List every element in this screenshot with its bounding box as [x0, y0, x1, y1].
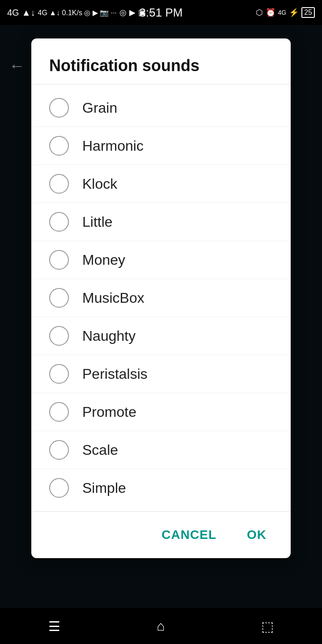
- radio-little[interactable]: [49, 212, 69, 232]
- alarm-icon: ⏰: [266, 8, 275, 17]
- sound-label-peristalsis: Peristalsis: [82, 366, 148, 382]
- sound-label-little: Little: [82, 214, 113, 230]
- list-item[interactable]: Klock: [31, 165, 291, 203]
- network-type: 4G: [278, 9, 287, 16]
- list-item[interactable]: Promote: [31, 393, 291, 431]
- list-item[interactable]: Little: [31, 203, 291, 241]
- sound-label-klock: Klock: [82, 176, 117, 192]
- list-item[interactable]: Scale: [31, 431, 291, 469]
- charging-icon: ⚡: [289, 8, 299, 17]
- list-item[interactable]: MusicBox: [31, 279, 291, 317]
- radio-grain[interactable]: [49, 98, 69, 118]
- radio-money[interactable]: [49, 250, 69, 270]
- radio-klock[interactable]: [49, 174, 69, 194]
- list-item[interactable]: Peristalsis: [31, 355, 291, 393]
- radio-scale[interactable]: [49, 440, 69, 460]
- sound-label-musicbox: MusicBox: [82, 290, 144, 306]
- notification-sounds-dialog: Notification sounds Grain Harmonic Klock…: [31, 38, 291, 558]
- sound-label-harmonic: Harmonic: [82, 138, 144, 154]
- list-item[interactable]: Harmonic: [31, 127, 291, 165]
- radio-musicbox[interactable]: [49, 288, 69, 308]
- bluetooth-icon: ⬡: [256, 8, 263, 17]
- list-item[interactable]: Simple: [31, 469, 291, 507]
- cancel-button[interactable]: CANCEL: [151, 521, 227, 549]
- cast-icon: ◎: [119, 8, 127, 17]
- dialog-title: Notification sounds: [31, 38, 291, 85]
- signal-icon: 4G: [7, 8, 19, 18]
- home-nav-icon[interactable]: ⌂: [157, 619, 165, 634]
- status-bar: 4G ▲↓ 4G ▲↓ 0.1K/s ◎ ▶ 📷 ··· ◎ ▶ ▣ ··· 3…: [0, 0, 322, 25]
- battery-indicator: 25: [301, 7, 315, 18]
- sound-label-scale: Scale: [82, 442, 118, 458]
- data-speed: 4G ▲↓ 0.1K/s ◎ ▶ 📷 ···: [38, 8, 117, 17]
- status-time: 3:51 PM: [140, 6, 183, 20]
- radio-harmonic[interactable]: [49, 136, 69, 156]
- back-nav-icon[interactable]: ⬚: [261, 619, 274, 634]
- sound-label-naughty: Naughty: [82, 328, 136, 344]
- sound-label-simple: Simple: [82, 480, 126, 496]
- status-left: 4G ▲↓ 4G ▲↓ 0.1K/s ◎ ▶ 📷 ··· ◎ ▶ ▣ ···: [7, 8, 155, 18]
- ok-button[interactable]: OK: [236, 521, 277, 549]
- navigation-bar: ☰ ⌂ ⬚: [0, 608, 322, 644]
- menu-nav-icon[interactable]: ☰: [48, 619, 60, 634]
- dialog-overlay: Notification sounds Grain Harmonic Klock…: [0, 25, 322, 608]
- sound-label-promote: Promote: [82, 404, 136, 420]
- play-icon: ▶: [129, 8, 136, 17]
- sound-label-money: Money: [82, 252, 125, 268]
- status-right: ⬡ ⏰ 4G ⚡ 25: [256, 7, 315, 18]
- dialog-actions: CANCEL OK: [31, 511, 291, 558]
- radio-simple[interactable]: [49, 478, 69, 498]
- radio-peristalsis[interactable]: [49, 364, 69, 384]
- list-item[interactable]: Naughty: [31, 317, 291, 355]
- sound-label-grain: Grain: [82, 100, 117, 116]
- radio-promote[interactable]: [49, 402, 69, 422]
- radio-naughty[interactable]: [49, 326, 69, 346]
- signal-bars: ▲↓: [22, 8, 35, 18]
- sound-options-list[interactable]: Grain Harmonic Klock Little Money MusicB: [31, 85, 291, 511]
- list-item[interactable]: Grain: [31, 89, 291, 127]
- list-item[interactable]: Money: [31, 241, 291, 279]
